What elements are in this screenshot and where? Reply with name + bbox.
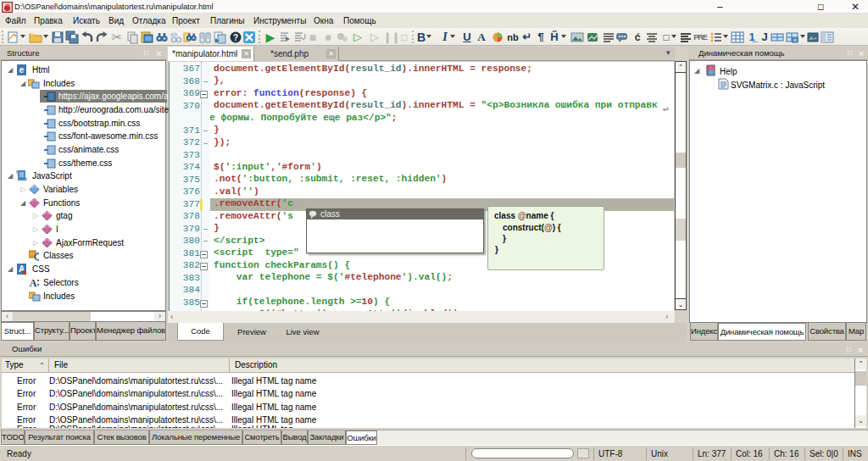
svg-text:e: e bbox=[19, 65, 25, 75]
svg-text:?: ? bbox=[233, 33, 238, 42]
svg-text:ab: ab bbox=[170, 31, 177, 37]
svg-text:A: A bbox=[30, 277, 37, 288]
